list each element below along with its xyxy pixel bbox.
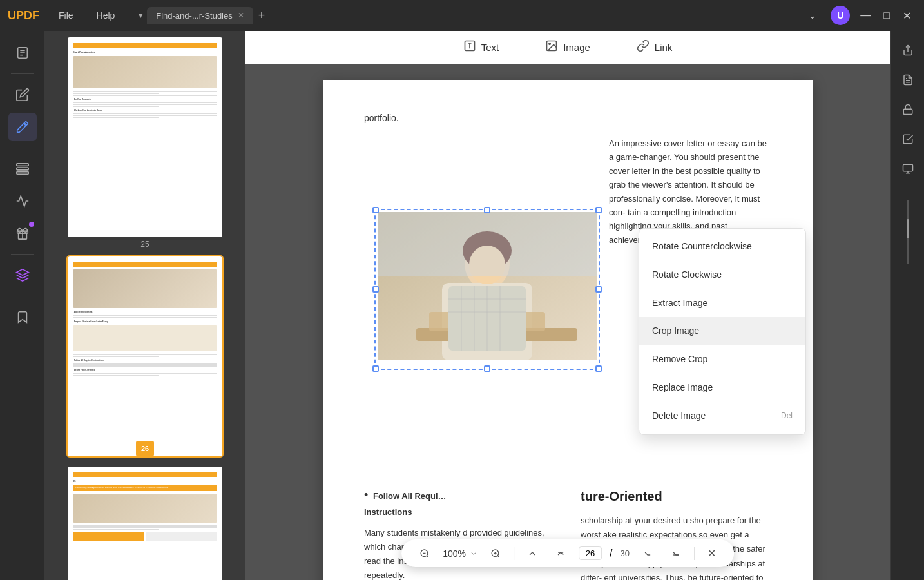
section-heading: ture-Oriented	[581, 485, 771, 507]
doc-toolbar: Text Image Link	[245, 31, 890, 64]
remove-crop-label: Remove Crop	[652, 352, 707, 367]
toolbar-divider-1	[514, 547, 514, 560]
sidebar-item-edit[interactable]	[8, 81, 37, 109]
active-tab[interactable]: Find-and-...r-Studies ✕	[147, 7, 253, 24]
thumb-img-27: 05 Reviewing the Application Period and …	[68, 467, 222, 580]
user-avatar[interactable]: U	[831, 6, 850, 25]
close-button[interactable]: ✕	[898, 7, 916, 24]
sidebar-item-layers[interactable]	[8, 261, 37, 289]
text-tool-label: Text	[481, 42, 499, 53]
rs-icon-share[interactable]	[896, 39, 919, 62]
text-tool[interactable]: Text	[453, 34, 510, 61]
menu-item-crop-image[interactable]: Crop Image	[639, 317, 805, 345]
menu-item-extract-image[interactable]: Extract Image	[639, 289, 805, 318]
thumbnail-panel[interactable]: Start PrepAndvice • Do Your Research • W…	[45, 31, 245, 580]
selection-handle-ml[interactable]	[372, 286, 379, 293]
scrollbar-thumb[interactable]	[907, 219, 909, 238]
zoom-in-button[interactable]	[485, 546, 506, 561]
page-separator: /	[610, 548, 612, 559]
thumbnail-page-27[interactable]: 05 Reviewing the Application Period and …	[52, 467, 238, 580]
sidebar-item-pages[interactable]	[8, 39, 37, 67]
scrollbar-area	[907, 200, 909, 572]
rotate-ccw-label: Rotate Counterclockwise	[652, 239, 752, 255]
image-container[interactable]	[349, 144, 574, 305]
minimize-button[interactable]: —	[855, 7, 876, 24]
tab-dropdown-chevron[interactable]: ▼	[134, 11, 147, 20]
thumbnail-page-25[interactable]: Start PrepAndvice • Do Your Research • W…	[52, 37, 238, 249]
link-icon	[637, 39, 650, 55]
selection-handle-br[interactable]	[595, 365, 602, 372]
titlebar: UPDF File Help ▼ Find-and-...r-Studies ✕…	[0, 0, 924, 31]
menu-item-rotate-cw[interactable]: Rotate Clockwise	[639, 261, 805, 289]
delete-shortcut: Del	[781, 409, 793, 422]
svg-line-31	[427, 556, 428, 557]
image-icon	[545, 39, 558, 55]
tab-area: ▼ Find-and-...r-Studies ✕ +	[134, 7, 794, 24]
thumb-img-26: • Add Distinctiveness • Prepare Flawless…	[68, 256, 222, 456]
rs-icon-pdfa[interactable]	[896, 68, 919, 92]
image-selection-box[interactable]	[374, 209, 600, 370]
selection-handle-tr[interactable]	[595, 207, 602, 213]
file-menu[interactable]: File	[50, 6, 82, 24]
prev-page-alt-button[interactable]	[550, 546, 571, 561]
extract-image-label: Extract Image	[652, 296, 707, 311]
svg-rect-4	[16, 164, 28, 166]
tabs-overflow-button[interactable]: ⌄	[800, 6, 825, 24]
selection-handle-tl[interactable]	[372, 207, 379, 213]
image-tool[interactable]: Image	[535, 34, 601, 61]
svg-rect-5	[16, 168, 28, 170]
image-tool-label: Image	[563, 42, 590, 53]
svg-marker-9	[16, 269, 28, 275]
toolbar-divider-2	[694, 547, 695, 560]
right-sidebar	[890, 31, 924, 580]
menu-item-remove-crop[interactable]: Remove Crop	[639, 345, 805, 374]
intro-text: portfolio.	[364, 111, 771, 126]
link-tool[interactable]: Link	[626, 34, 683, 61]
scrollbar-track	[907, 200, 909, 264]
zoom-out-button[interactable]	[414, 546, 435, 561]
document-area: Text Image Link portfolio.	[245, 31, 890, 580]
svg-rect-6	[16, 172, 28, 175]
sidebar-item-organize[interactable]	[8, 155, 37, 183]
thumbnail-page-26[interactable]: • Add Distinctiveness • Prepare Flawless…	[52, 256, 238, 459]
sidebar-divider-2	[11, 148, 34, 148]
selection-handle-tm[interactable]	[484, 207, 490, 213]
current-page-input[interactable]	[579, 546, 602, 560]
svg-rect-43	[903, 164, 912, 171]
menu-item-rotate-ccw[interactable]: Rotate Counterclockwise	[639, 233, 805, 261]
menu-item-delete-image[interactable]: Delete Image Del	[639, 402, 805, 430]
close-toolbar-button[interactable]: ✕	[702, 545, 721, 562]
next-page-alt-button[interactable]	[666, 546, 686, 561]
doc-content: portfolio.	[245, 64, 890, 580]
help-menu[interactable]: Help	[88, 6, 124, 24]
selection-handle-mr[interactable]	[595, 286, 602, 293]
maximize-button[interactable]: □	[878, 7, 895, 24]
next-page-button[interactable]	[637, 546, 658, 561]
selection-handle-bl[interactable]	[372, 365, 379, 372]
sidebar-item-tools[interactable]	[8, 187, 37, 215]
selection-handle-bm[interactable]	[484, 365, 490, 372]
bottom-toolbar: 100% / 30 ✕	[401, 539, 734, 567]
main-layout: Start PrepAndvice • Do Your Research • W…	[0, 31, 924, 580]
sidebar-item-annotate[interactable]	[8, 113, 37, 141]
rs-icon-ocr[interactable]	[896, 157, 919, 180]
menu-item-replace-image[interactable]: Replace Image	[639, 374, 805, 402]
sidebar-item-bookmark[interactable]	[8, 303, 37, 331]
prev-page-button[interactable]	[522, 546, 543, 561]
sidebar-item-gift[interactable]	[8, 219, 37, 247]
zoom-display: 100%	[443, 548, 477, 559]
thumb-label-25: 25	[140, 240, 149, 249]
rs-icon-security[interactable]	[896, 98, 919, 121]
tab-close-button[interactable]: ✕	[238, 11, 244, 20]
page-document: portfolio.	[323, 80, 813, 580]
intro-paragraph: portfolio.	[364, 113, 399, 123]
rs-icon-compare[interactable]	[896, 128, 919, 151]
rotate-cw-label: Rotate Clockwise	[652, 267, 722, 283]
new-tab-button[interactable]: +	[253, 9, 271, 23]
text-icon	[463, 39, 476, 55]
zoom-value: 100%	[443, 548, 466, 559]
follow-heading: Follow All Requi…Instructions	[364, 491, 447, 517]
link-tool-label: Link	[655, 42, 673, 53]
sidebar-divider-3	[11, 254, 34, 255]
thumb-img-25: Start PrepAndvice • Do Your Research • W…	[68, 37, 222, 237]
